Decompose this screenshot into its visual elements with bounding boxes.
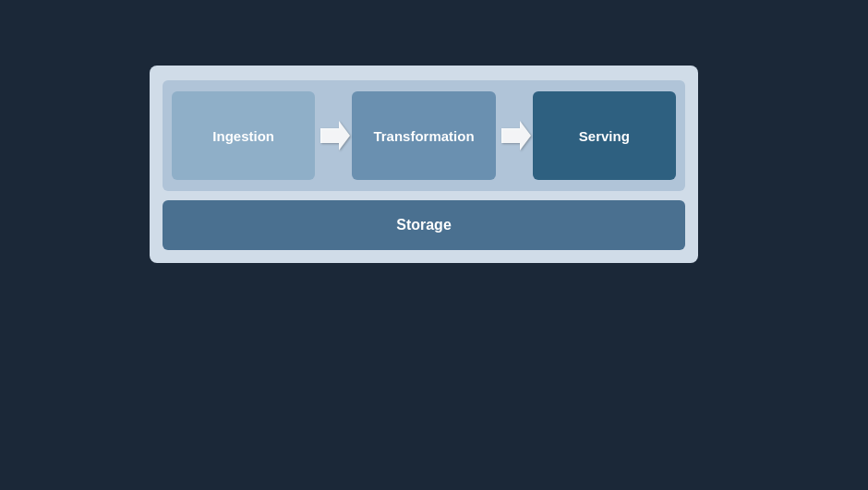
lifecycle-container: Ingestion Transformation Serving xyxy=(150,66,698,263)
ingestion-stage: Ingestion xyxy=(172,91,315,180)
lifecycle-top-row: Ingestion Transformation Serving xyxy=(163,80,685,191)
ingestion-label: Ingestion xyxy=(212,128,274,144)
storage-label: Storage xyxy=(396,217,452,233)
ingestion-to-transformation-arrow xyxy=(320,91,350,180)
transformation-to-serving-arrow xyxy=(501,91,531,180)
transformation-stage: Transformation xyxy=(352,91,495,180)
svg-marker-3 xyxy=(501,121,531,150)
serving-stage: Serving xyxy=(533,91,676,180)
storage-stage: Storage xyxy=(163,200,685,250)
svg-marker-2 xyxy=(320,121,350,150)
transformation-label: Transformation xyxy=(373,128,474,144)
serving-label: Serving xyxy=(579,128,630,144)
